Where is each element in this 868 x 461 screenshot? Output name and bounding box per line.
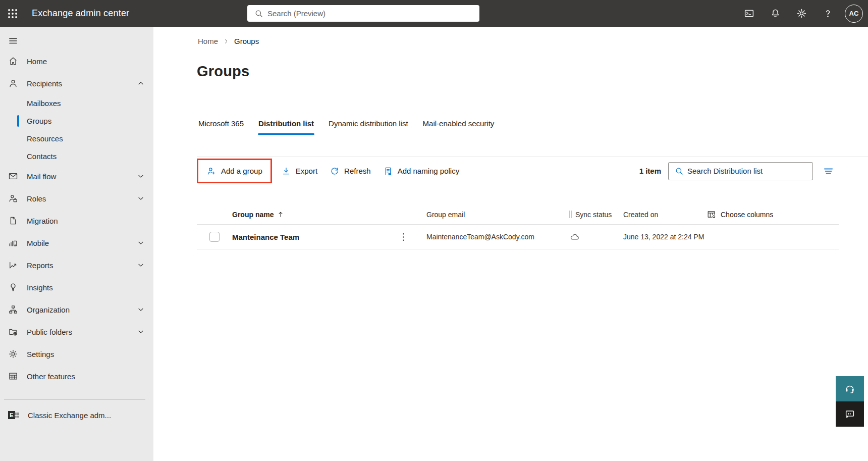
column-resize-handle[interactable] [569, 211, 572, 218]
feedback-button[interactable] [836, 401, 864, 427]
sidebar-item-settings[interactable]: Settings [0, 343, 153, 365]
sidebar-item-label: Contacts [27, 152, 57, 161]
refresh-button[interactable]: Refresh [323, 161, 377, 182]
trend-chart-icon [8, 260, 18, 270]
sidebar-item-public-folders[interactable]: Public folders [0, 321, 153, 343]
global-search[interactable] [247, 5, 479, 22]
sidebar-divider [4, 399, 145, 400]
chevron-down-icon [137, 328, 144, 335]
sidebar-item-other-features[interactable]: Other features [0, 365, 153, 387]
filter-lines-icon [823, 167, 834, 176]
lightbulb-icon [8, 282, 18, 292]
person-icon [8, 78, 18, 88]
search-icon [252, 9, 267, 18]
page-arrow-icon [8, 216, 18, 226]
table-row[interactable]: Manteinance Team MaintenanceTeam@AskCody… [197, 225, 839, 249]
choose-columns-button[interactable]: Choose columns [707, 210, 773, 219]
exchange-logo-icon: E [8, 409, 19, 421]
chevron-right-icon [223, 38, 229, 44]
sidebar-item-label: Reports [27, 261, 137, 270]
header-group-name[interactable]: Group name [232, 211, 426, 219]
sidebar-item-label: Recipients [27, 79, 137, 88]
sidebar-item-roles[interactable]: Roles [0, 187, 153, 210]
add-group-button[interactable]: Add a group [200, 161, 268, 182]
chevron-down-icon [137, 239, 144, 246]
account-button[interactable]: AC [841, 0, 867, 27]
sidebar-item-groups[interactable]: Groups [0, 112, 153, 130]
collapse-nav-button[interactable] [0, 32, 153, 50]
refresh-label: Refresh [344, 167, 371, 175]
row-more-actions-button[interactable] [402, 232, 405, 242]
list-search[interactable] [668, 162, 813, 180]
sidebar-item-label: Groups [27, 117, 51, 125]
question-icon [823, 8, 833, 19]
gear-icon [796, 8, 807, 19]
settings-button[interactable] [788, 0, 815, 27]
sidebar-item-label: Mailboxes [27, 99, 61, 108]
choose-columns-icon [707, 210, 716, 219]
chevron-down-icon [137, 173, 144, 180]
header-created-on[interactable]: Created on [623, 211, 707, 219]
powershell-button[interactable] [736, 0, 762, 27]
sidebar-item-classic-exchange[interactable]: E Classic Exchange adm... [0, 404, 153, 426]
list-search-input[interactable] [687, 167, 808, 175]
topbar-actions: AC [736, 0, 867, 27]
sidebar-item-mailboxes[interactable]: Mailboxes [0, 94, 153, 112]
sidebar-item-label: Mail flow [27, 172, 137, 181]
tab-mail-enabled-security[interactable]: Mail-enabled security [422, 114, 495, 135]
sidebar-item-resources[interactable]: Resources [0, 130, 153, 147]
sidebar-item-reports[interactable]: Reports [0, 254, 153, 276]
breadcrumb-home-link[interactable]: Home [198, 37, 218, 45]
sidebar-item-recipients[interactable]: Recipients [0, 72, 153, 94]
tab-microsoft-365[interactable]: Microsoft 365 [198, 114, 244, 135]
help-button[interactable] [815, 0, 841, 27]
add-naming-policy-label: Add naming policy [398, 167, 460, 175]
filter-button[interactable] [822, 164, 836, 178]
sidebar-item-label: Roles [27, 194, 137, 203]
row-checkbox[interactable] [209, 232, 220, 242]
person-add-icon [206, 166, 216, 176]
sidebar-item-organization[interactable]: Organization [0, 298, 153, 321]
sidebar-item-label: Migration [27, 217, 144, 225]
main-content: Home Groups Groups Microsoft 365 Distrib… [153, 27, 868, 461]
add-naming-policy-button[interactable]: Add naming policy [377, 161, 466, 182]
org-chart-icon [8, 304, 18, 315]
created-on-cell: June 13, 2022 at 2:24 PM [623, 233, 707, 241]
item-count: 1 item [639, 167, 661, 175]
group-name-cell[interactable]: Manteinance Team [232, 233, 402, 241]
app-launcher-button[interactable] [0, 0, 25, 27]
export-button[interactable]: Export [275, 161, 323, 182]
person-briefcase-icon [8, 193, 18, 203]
group-type-tabs: Microsoft 365 Distribution list Dynamic … [198, 114, 508, 135]
groups-table: Group name Group email Sync status Creat… [197, 204, 839, 249]
notifications-button[interactable] [762, 0, 788, 27]
home-icon [8, 56, 18, 66]
sidebar-item-home[interactable]: Home [0, 50, 153, 72]
search-icon [673, 167, 687, 176]
header-group-email[interactable]: Group email [426, 211, 569, 219]
breadcrumb-current: Groups [234, 37, 259, 45]
group-email-cell: MaintenanceTeam@AskCody.com [426, 233, 569, 241]
sidebar-item-label: Insights [27, 283, 144, 292]
global-search-input[interactable] [267, 9, 474, 18]
document-list-icon [383, 166, 393, 176]
sidebar-item-label: Classic Exchange adm... [28, 411, 111, 420]
sidebar-item-mail-flow[interactable]: Mail flow [0, 165, 153, 187]
sidebar-item-label: Settings [27, 350, 144, 358]
download-icon [281, 166, 291, 176]
sidebar-item-migration[interactable]: Migration [0, 210, 153, 232]
command-bar: Add a group Export Refresh [197, 156, 868, 185]
sidebar-item-insights[interactable]: Insights [0, 276, 153, 298]
red-highlight-box: Add a group [197, 159, 272, 183]
support-button[interactable] [836, 376, 864, 401]
sidebar: Home Recipients Mailboxes Gr [0, 27, 153, 461]
tab-distribution-list[interactable]: Distribution list [258, 114, 314, 135]
gear-icon [8, 349, 18, 359]
sidebar-item-contacts[interactable]: Contacts [0, 147, 153, 165]
exchange-admin-center: Exchange admin center [0, 0, 868, 461]
tab-dynamic-distribution-list[interactable]: Dynamic distribution list [328, 114, 409, 135]
feedback-bubble-icon [844, 408, 855, 420]
header-sync-status[interactable]: Sync status [569, 211, 623, 219]
mobile-stats-icon [8, 238, 18, 248]
sidebar-item-mobile[interactable]: Mobile [0, 232, 153, 254]
